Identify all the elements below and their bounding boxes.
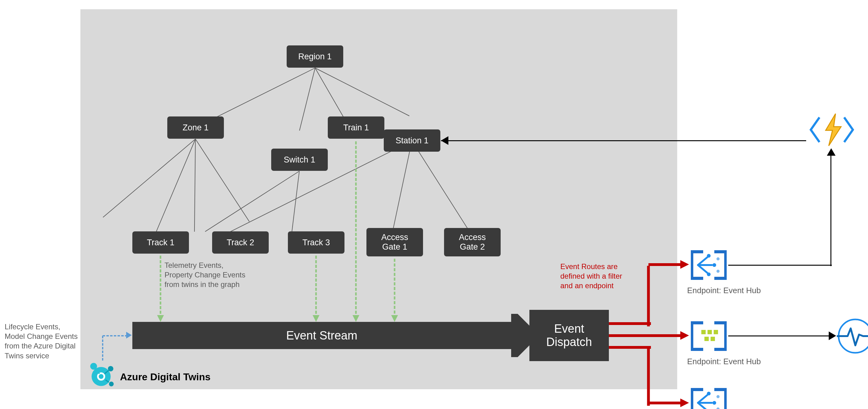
svg-rect-19	[711, 337, 715, 341]
event-route-connector	[647, 347, 650, 406]
svg-point-22	[712, 401, 716, 405]
svg-point-5	[109, 381, 114, 386]
svg-point-24	[716, 407, 720, 409]
event-route-connector	[648, 263, 682, 266]
arrow-right-icon	[829, 332, 836, 340]
svg-point-10	[707, 254, 711, 258]
node-label: Track 3	[303, 238, 330, 247]
arrow-down-icon	[352, 315, 359, 322]
svg-point-23	[716, 395, 720, 398]
arrow-left-icon	[441, 136, 448, 145]
svg-rect-15	[701, 330, 706, 334]
svg-point-20	[707, 392, 711, 396]
chevron-icon	[511, 314, 530, 357]
arrow-up-icon	[827, 148, 836, 156]
event-route-connector	[609, 322, 651, 325]
event-hub-icon	[690, 317, 727, 354]
service-connector	[728, 265, 832, 266]
service-connector	[441, 140, 806, 141]
node-zone-1: Zone 1	[167, 116, 224, 139]
pulse-icon	[837, 317, 868, 354]
twin-event-arrow	[355, 141, 357, 318]
event-dispatch-bar: Event Dispatch	[529, 310, 609, 361]
svg-rect-17	[714, 330, 718, 334]
arrow-right-icon	[126, 332, 132, 339]
event-grid-icon	[690, 384, 727, 409]
svg-rect-16	[708, 330, 712, 334]
node-access-gate-1: Access Gate 1	[366, 228, 423, 257]
node-access-gate-2: Access Gate 2	[444, 228, 501, 257]
arrow-down-icon	[313, 315, 319, 322]
bar-label: Event Stream	[286, 329, 357, 342]
svg-point-14	[716, 270, 720, 273]
event-route-connector	[648, 402, 682, 404]
node-track-2: Track 2	[212, 231, 269, 253]
twin-event-arrow	[315, 256, 317, 318]
endpoint-label: Endpoint: Event Hub	[687, 357, 761, 366]
node-label: Station 1	[396, 136, 429, 145]
annotation-text: Telemetry Events, Property Change Events…	[164, 261, 245, 288]
arrow-down-icon	[157, 315, 164, 322]
node-label: Region 1	[298, 52, 332, 62]
azure-digital-twins-icon	[84, 357, 118, 391]
lifecycle-events-annotation: Lifecycle Events, Model Change Events fr…	[5, 322, 78, 361]
event-stream-bar: Event Stream	[132, 322, 511, 349]
twin-event-arrow	[160, 256, 161, 318]
twin-event-arrow	[394, 259, 396, 318]
svg-marker-9	[826, 114, 841, 146]
node-track-1: Track 1	[132, 231, 189, 253]
bar-label: Event Dispatch	[547, 322, 592, 349]
node-train-1: Train 1	[328, 116, 384, 139]
arrow-right-icon	[680, 399, 689, 407]
node-station-1: Station 1	[384, 130, 440, 152]
node-label: Track 1	[147, 238, 175, 247]
node-label: Zone 1	[182, 123, 209, 133]
arrow-right-icon	[680, 260, 689, 269]
lifecycle-event-connector	[103, 335, 127, 336]
node-label: Train 1	[343, 123, 369, 133]
node-region-1: Region 1	[287, 45, 343, 68]
node-switch-1: Switch 1	[271, 148, 328, 171]
svg-rect-18	[705, 337, 709, 341]
svg-point-2	[99, 374, 103, 379]
annotation-text: Event Routes are defined with a filter a…	[560, 262, 622, 290]
svg-point-11	[707, 272, 711, 276]
endpoint-label: Endpoint: Event Hub	[687, 286, 761, 295]
node-label: Switch 1	[284, 155, 315, 165]
svg-point-12	[712, 263, 716, 267]
event-hub-icon	[690, 246, 727, 283]
event-route-connector	[609, 334, 682, 337]
azure-digital-twins-label: Azure Digital Twins	[120, 371, 211, 383]
arrow-right-icon	[680, 331, 689, 340]
svg-point-13	[716, 257, 720, 261]
node-label: Track 2	[227, 238, 254, 247]
arrow-down-icon	[391, 315, 398, 322]
node-label: Access Gate 2	[459, 233, 486, 252]
event-route-connector	[609, 346, 651, 349]
annotation-text: Lifecycle Events, Model Change Events fr…	[5, 322, 78, 360]
event-route-connector	[647, 266, 650, 327]
node-label: Access Gate 1	[381, 233, 408, 252]
event-routes-annotation: Event Routes are defined with a filter a…	[560, 262, 622, 291]
service-connector	[831, 156, 832, 266]
node-track-3: Track 3	[288, 231, 344, 253]
telemetry-events-annotation: Telemetry Events, Property Change Events…	[164, 261, 245, 289]
service-connector	[728, 336, 830, 336]
azure-function-icon	[807, 111, 857, 148]
